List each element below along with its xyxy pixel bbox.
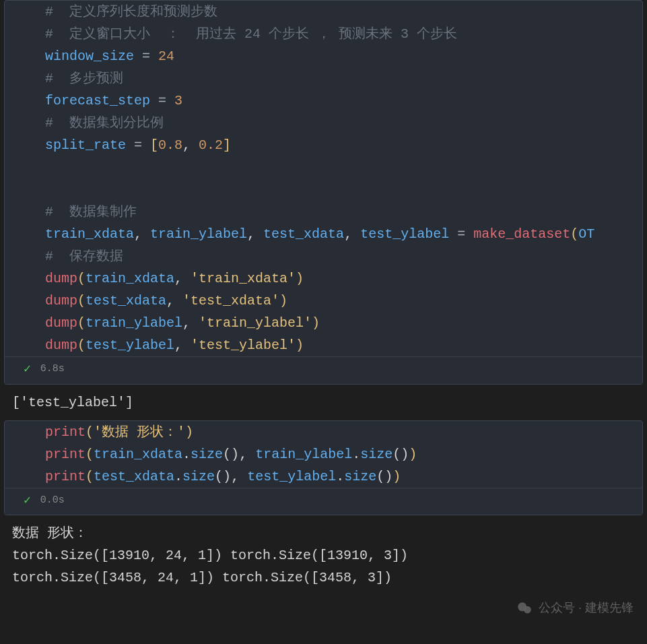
execution-time: 6.8s <box>40 361 65 378</box>
output-line: 数据 形状： <box>12 525 88 541</box>
paren: ( <box>393 447 401 462</box>
dot: . <box>336 469 344 484</box>
comment: # 数据集制作 <box>45 204 137 220</box>
paren: ( <box>86 447 94 462</box>
string: '数据 形状：' <box>94 424 185 440</box>
comma: , <box>174 271 191 286</box>
paren: ) <box>279 293 287 309</box>
check-icon: ✓ <box>24 491 31 511</box>
variable: split_rate <box>45 137 126 153</box>
paren: ( <box>86 424 94 440</box>
dot: . <box>182 447 191 462</box>
operator: = <box>126 137 150 153</box>
function-call: dump <box>45 315 77 331</box>
variable: train_ylabel <box>86 315 182 331</box>
function-call: dump <box>45 337 77 353</box>
svg-point-0 <box>518 602 526 611</box>
bracket: [ <box>150 137 158 153</box>
method: size <box>344 469 376 484</box>
function-call: dump <box>45 271 77 286</box>
paren: ) <box>296 337 304 353</box>
paren: ( <box>77 337 86 353</box>
number: 24 <box>158 49 174 64</box>
comment: # 多步预测 <box>45 71 123 86</box>
string: 'test_xdata' <box>182 293 279 309</box>
paren: ( <box>570 226 578 242</box>
comment: # 数据集划分比例 <box>45 115 164 131</box>
paren: ( <box>223 447 231 462</box>
string: 'train_ylabel' <box>199 315 312 331</box>
svg-point-1 <box>524 606 531 614</box>
paren: ) <box>296 271 304 286</box>
number: 3 <box>174 93 182 108</box>
paren: ) <box>223 469 231 484</box>
number: 0.8 <box>158 137 182 153</box>
paren: ) <box>384 469 393 484</box>
variable: OT <box>578 226 594 242</box>
function-call: print <box>45 447 86 462</box>
comma: , <box>134 226 150 242</box>
method: size <box>182 469 215 484</box>
comma: , <box>231 469 247 484</box>
check-icon: ✓ <box>24 360 31 380</box>
execution-time: 0.0s <box>40 492 65 509</box>
variable: window_size <box>45 49 134 64</box>
variable: train_xdata <box>45 226 134 242</box>
wechat-icon <box>516 600 533 617</box>
watermark: 公众号 · 建模先锋 <box>516 598 634 618</box>
function-call: print <box>45 424 86 440</box>
paren: ) <box>185 424 193 440</box>
paren: ( <box>215 469 223 484</box>
variable: train_ylabel <box>255 447 352 462</box>
paren: ( <box>86 469 94 484</box>
variable: test_xdata <box>94 469 174 484</box>
function-call: print <box>45 469 86 484</box>
status-bar-1: ✓ 6.8s <box>5 356 642 384</box>
comma: , <box>174 337 191 353</box>
string: 'train_xdata' <box>191 271 296 286</box>
comma: , <box>182 315 199 331</box>
variable: train_ylabel <box>150 226 247 242</box>
variable: test_ylabel <box>247 469 336 484</box>
output-1: ['test_ylabel'] <box>0 387 647 418</box>
paren: ) <box>401 447 409 462</box>
output-line: torch.Size([3458, 24, 1]) torch.Size([34… <box>12 570 392 585</box>
paren: ) <box>409 447 417 462</box>
comment: # 定义窗口大小 ： 用过去 24 个步长 ， 预测未来 3 个步长 <box>45 26 457 42</box>
variable: test_xdata <box>86 293 166 309</box>
operator: = <box>150 93 174 108</box>
operator: = <box>134 49 158 64</box>
comma: , <box>182 137 199 153</box>
bracket: ] <box>223 137 231 153</box>
variable: test_xdata <box>263 226 344 242</box>
status-bar-2: ✓ 0.0s <box>5 488 642 515</box>
method: size <box>191 447 223 462</box>
paren: ) <box>312 315 320 331</box>
output-text: ['test_ylabel'] <box>12 395 133 410</box>
paren: ( <box>376 469 384 484</box>
comment: # 保存数据 <box>45 249 123 264</box>
string: 'test_ylabel' <box>191 337 296 353</box>
paren: ) <box>231 447 239 462</box>
paren: ) <box>393 469 401 484</box>
function-call: dump <box>45 293 77 309</box>
function-call: make_dataset <box>473 226 570 242</box>
dot: . <box>352 447 360 462</box>
comma: , <box>247 226 263 242</box>
code-area-1[interactable]: # 定义序列长度和预测步数 # 定义窗口大小 ： 用过去 24 个步长 ， 预测… <box>5 1 642 356</box>
comma: , <box>239 447 255 462</box>
watermark-text: 公众号 · 建模先锋 <box>539 598 634 618</box>
comment: # 定义序列长度和预测步数 <box>45 4 217 20</box>
code-cell-2[interactable]: print('数据 形状：') print(train_xdata.size()… <box>4 420 643 516</box>
variable: train_xdata <box>86 271 174 286</box>
paren: ( <box>77 271 86 286</box>
code-area-2[interactable]: print('数据 形状：') print(train_xdata.size()… <box>5 421 642 488</box>
number: 0.2 <box>199 137 223 153</box>
variable: test_ylabel <box>86 337 174 353</box>
method: size <box>360 447 393 462</box>
output-line: torch.Size([13910, 24, 1]) torch.Size([1… <box>12 548 408 563</box>
operator: = <box>449 226 473 242</box>
dot: . <box>174 469 182 484</box>
code-cell-1[interactable]: # 定义序列长度和预测步数 # 定义窗口大小 ： 用过去 24 个步长 ， 预测… <box>4 0 643 385</box>
variable: forecast_step <box>45 93 150 108</box>
